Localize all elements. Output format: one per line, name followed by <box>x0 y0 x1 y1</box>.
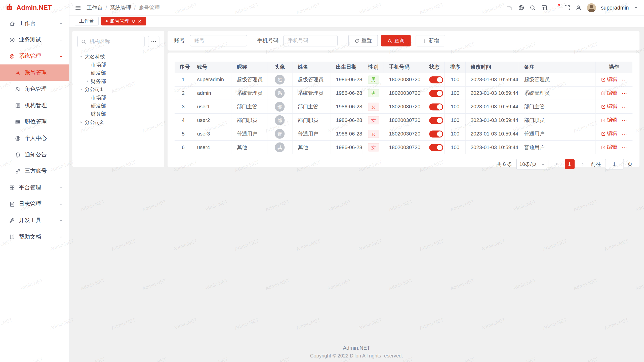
add-button[interactable]: 新增 <box>416 35 445 47</box>
edit-label: 编辑 <box>607 89 617 97</box>
person-button[interactable] <box>576 4 582 11</box>
edit-button[interactable]: 编辑 <box>601 103 617 110</box>
status-toggle[interactable] <box>429 90 443 97</box>
cell-avatar: 普 <box>267 127 293 141</box>
edit-button[interactable]: 编辑 <box>601 144 617 151</box>
edit-label: 编辑 <box>607 103 617 110</box>
notification-button[interactable] <box>552 4 559 11</box>
collapse-menu-button[interactable] <box>75 4 81 11</box>
tree-node-4[interactable]: 分公司1 <box>77 85 159 94</box>
sidebar-item-1[interactable]: 业务测试 <box>0 32 69 48</box>
tree-node-3[interactable]: 财务部 <box>77 77 159 85</box>
edit-button[interactable]: 编辑 <box>601 117 617 124</box>
sidebar-item-2-5[interactable]: 通知公告 <box>0 147 69 163</box>
row-more-button[interactable] <box>621 104 627 110</box>
status-toggle[interactable] <box>429 130 443 137</box>
cell-gender: 女 <box>363 113 384 127</box>
sidebar-item-2-4[interactable]: 个人中心 <box>0 130 69 147</box>
tab-refresh-icon[interactable] <box>131 19 135 23</box>
edit-button[interactable]: 编辑 <box>601 89 617 97</box>
page-size-select[interactable]: 10条/页 <box>516 159 548 169</box>
row-more-button[interactable] <box>621 131 627 137</box>
col-birth: 出生日期 <box>331 62 363 73</box>
status-toggle[interactable] <box>429 144 443 151</box>
sidebar-item-2[interactable]: 系统管理 <box>0 48 69 64</box>
language-button[interactable] <box>518 4 525 11</box>
person-icon <box>576 4 582 11</box>
edit-icon <box>601 77 606 82</box>
page-number-1[interactable]: 1 <box>565 159 574 169</box>
col-sort: 排序 <box>445 62 465 73</box>
font-size-button[interactable] <box>506 4 513 11</box>
user-menu-chevron-down-icon[interactable] <box>634 5 638 10</box>
cell-avatar: 其 <box>267 141 293 154</box>
tree-node-8[interactable]: 分公司2 <box>77 118 159 126</box>
status-toggle[interactable] <box>429 76 443 83</box>
next-page-button[interactable] <box>578 159 587 169</box>
org-tree: 大名科技市场部研发部财务部分公司1市场部研发部财务部分公司2 <box>77 53 159 126</box>
tab-account-management[interactable]: 账号管理 <box>101 17 146 25</box>
row-more-button[interactable] <box>621 90 627 96</box>
edit-icon <box>601 131 606 136</box>
row-more-button[interactable] <box>621 77 627 83</box>
reset-button[interactable]: 重置 <box>348 35 378 47</box>
row-avatar: 部 <box>275 115 285 125</box>
sidebar-item-6[interactable]: 帮助文档 <box>0 229 69 245</box>
tree-node-5[interactable]: 市场部 <box>77 94 159 102</box>
chev-down-icon <box>541 162 545 166</box>
gender-tag: 男 <box>368 75 379 84</box>
tree-node-label: 财务部 <box>91 78 106 85</box>
page-footer: Admin.NET Copyright © 2022 Dilon All rig… <box>69 345 644 359</box>
status-toggle[interactable] <box>429 117 443 124</box>
tree-node-2[interactable]: 研发部 <box>77 69 159 77</box>
goto-page-input[interactable] <box>605 159 624 169</box>
sidebar-item-2-6[interactable]: 三方账号 <box>0 163 69 179</box>
chev-right-icon <box>580 162 585 167</box>
breadcrumb-item-workbench[interactable]: 工作台 <box>87 4 103 11</box>
sidebar-item-2-2[interactable]: 机构管理 <box>0 97 69 114</box>
tree-node-1[interactable]: 市场部 <box>77 61 159 69</box>
plus-icon <box>422 38 427 43</box>
tree-node-0[interactable]: 大名科技 <box>77 53 159 61</box>
tree-node-label: 市场部 <box>91 94 106 101</box>
bell-icon <box>15 152 21 158</box>
cell-modified-time: 2023-01-03 10:59:44 <box>465 113 519 127</box>
account-filter-input[interactable] <box>190 35 247 47</box>
chev-down-icon <box>59 185 63 190</box>
tab-close-icon[interactable] <box>138 19 142 23</box>
sidebar-item-2-0[interactable]: 账号管理 <box>0 64 69 81</box>
chev-down-icon <box>59 202 63 206</box>
sidebar-item-5[interactable]: 开发工具 <box>0 212 69 229</box>
sidebar-item-2-1[interactable]: 角色管理 <box>0 81 69 97</box>
plus-icon <box>422 38 427 43</box>
hamburger-icon <box>75 4 81 11</box>
tree-node-6[interactable]: 研发部 <box>77 102 159 110</box>
prev-page-button[interactable] <box>552 159 561 169</box>
query-button[interactable]: 查询 <box>381 35 411 47</box>
tools-icon <box>9 217 15 223</box>
org-search-input[interactable] <box>89 38 141 45</box>
user-avatar[interactable] <box>587 3 596 12</box>
search-button[interactable] <box>530 4 536 11</box>
tree-node-7[interactable]: 财务部 <box>77 110 159 118</box>
sidebar-item-label: 职位管理 <box>25 118 63 125</box>
breadcrumb-item-system[interactable]: 系统管理 <box>110 4 131 11</box>
sidebar-item-2-3[interactable]: 职位管理 <box>0 114 69 130</box>
cell-status <box>424 127 445 141</box>
theme-button[interactable] <box>541 4 547 11</box>
edit-button[interactable]: 编辑 <box>601 130 617 137</box>
org-more-button[interactable] <box>148 36 159 47</box>
sidebar-item-0[interactable]: 工作台 <box>0 15 69 31</box>
phone-filter-input[interactable] <box>284 35 338 47</box>
tab-workbench[interactable]: 工作台 <box>75 17 99 25</box>
username[interactable]: superadmin <box>601 5 629 11</box>
fullscreen-button[interactable] <box>564 4 571 11</box>
row-more-button[interactable] <box>621 118 627 123</box>
more-icon <box>151 38 156 44</box>
status-toggle[interactable] <box>429 103 443 110</box>
edit-button[interactable]: 编辑 <box>601 76 617 83</box>
sidebar-item-4[interactable]: 日志管理 <box>0 196 69 212</box>
cell-nickname: 部门主管 <box>232 100 267 114</box>
row-more-button[interactable] <box>621 145 627 151</box>
sidebar-item-3[interactable]: 平台管理 <box>0 179 69 196</box>
